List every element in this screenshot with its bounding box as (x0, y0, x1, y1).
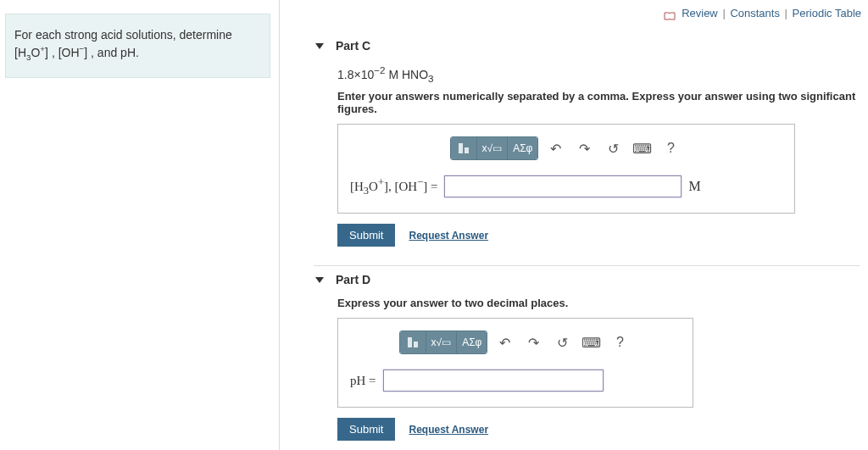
sqrt-button[interactable]: x√▭ (476, 137, 508, 159)
part-d-instruction: Express your answer to two decimal place… (337, 297, 860, 309)
svg-rect-3 (414, 342, 418, 347)
part-c-answerbox: x√▭ ΑΣφ ↶ ↷ ↺ ⌨ ? [H3O+], [OH−] = (337, 124, 795, 214)
book-icon (664, 10, 676, 19)
redo-button[interactable]: ↷ (572, 137, 596, 159)
part-c-header[interactable]: Part C (314, 32, 860, 58)
part-c-concentration: 1.8×10−2 M HNO3 (337, 68, 860, 81)
part-d-toolbar: x√▭ ΑΣφ ↶ ↷ ↺ ⌨ ? (350, 331, 681, 354)
part-d-eq-label: pH = (350, 374, 376, 388)
part-c-toolbar: x√▭ ΑΣφ ↶ ↷ ↺ ⌨ ? (350, 136, 782, 160)
part-c-submit-button[interactable]: Submit (337, 224, 395, 247)
help-button[interactable]: ? (659, 137, 682, 159)
redo-button[interactable]: ↷ (521, 331, 545, 353)
part-c-eq-label: [H3O+], [OH−] = (350, 180, 437, 194)
templates-button[interactable] (451, 137, 476, 159)
prompt-h3o: [H3O+] (14, 46, 48, 59)
part-c-unit: M (688, 179, 700, 194)
part-c-title: Part C (336, 39, 370, 53)
periodic-link[interactable]: Periodic Table (793, 7, 861, 19)
undo-button[interactable]: ↶ (492, 331, 516, 353)
part-c-answer-input[interactable] (444, 175, 682, 197)
greek-button[interactable]: ΑΣφ (507, 137, 537, 159)
undo-button[interactable]: ↶ (543, 137, 567, 159)
svg-rect-2 (408, 337, 412, 347)
question-prompt: For each strong acid solutions, determin… (5, 14, 270, 78)
chevron-down-icon (315, 277, 324, 283)
part-c-request-answer[interactable]: Request Answer (409, 230, 488, 242)
help-button[interactable]: ? (608, 331, 632, 353)
svg-rect-0 (459, 143, 463, 153)
svg-rect-1 (465, 147, 469, 153)
review-link[interactable]: Review (682, 7, 718, 19)
prompt-oh: [OH−] (58, 46, 88, 59)
reset-button[interactable]: ↺ (550, 331, 574, 353)
templates-button[interactable] (400, 331, 426, 353)
reset-button[interactable]: ↺ (601, 137, 625, 159)
part-d-submit-button[interactable]: Submit (337, 418, 395, 441)
prompt-tail: , and pH. (91, 46, 139, 59)
sqrt-button[interactable]: x√▭ (426, 331, 457, 353)
chevron-down-icon (315, 43, 324, 49)
part-d-answer-input[interactable] (383, 369, 604, 392)
part-d-title: Part D (336, 273, 370, 286)
keyboard-button[interactable]: ⌨ (630, 137, 654, 159)
prompt-line1: For each strong acid solutions, determin… (14, 28, 232, 42)
top-links: Review | Constants | Periodic Table (664, 7, 862, 19)
part-c-instruction: Enter your answers numerically separated… (337, 90, 860, 115)
constants-link[interactable]: Constants (730, 7, 780, 19)
greek-button[interactable]: ΑΣφ (456, 331, 487, 353)
part-d-request-answer[interactable]: Request Answer (409, 424, 488, 436)
part-d-answerbox: x√▭ ΑΣφ ↶ ↷ ↺ ⌨ ? pH = (337, 318, 693, 408)
keyboard-button[interactable]: ⌨ (579, 331, 603, 353)
part-d-header[interactable]: Part D (314, 265, 860, 292)
